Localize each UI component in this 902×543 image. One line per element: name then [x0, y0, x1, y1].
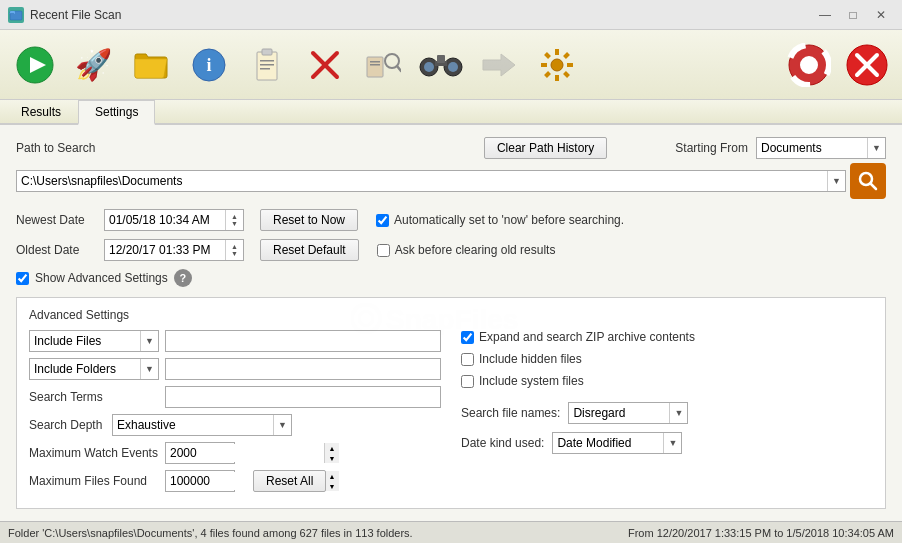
binoculars-button[interactable]: [414, 38, 468, 92]
date-kind-arrow: ▼: [663, 433, 681, 453]
include-files-input[interactable]: [165, 330, 441, 352]
delete-button[interactable]: [298, 38, 352, 92]
oldest-date-input[interactable]: [105, 241, 225, 259]
newest-date-input-wrap[interactable]: ▲ ▼: [104, 209, 244, 231]
search-depth-select[interactable]: Exhaustive Shallow Medium Deep: [113, 415, 273, 435]
svg-rect-14: [367, 57, 383, 77]
max-watch-events-label: Maximum Watch Events: [29, 446, 159, 460]
svg-rect-10: [260, 64, 274, 66]
date-kind-select[interactable]: Date Modified Date Created Date Accessed: [553, 433, 663, 453]
export-button[interactable]: [472, 38, 526, 92]
newest-date-input[interactable]: [105, 211, 225, 229]
starting-from-dropdown[interactable]: Documents Desktop My Computer: [757, 138, 867, 158]
close-window-button[interactable]: ✕: [868, 4, 894, 26]
include-files-row: Include Files Exclude Files ▼: [29, 330, 441, 352]
ask-before-checkbox[interactable]: [377, 244, 390, 257]
include-system-row: Include system files: [461, 374, 873, 388]
include-hidden-checkbox[interactable]: [461, 353, 474, 366]
show-advanced-checkbox[interactable]: [16, 272, 29, 285]
svg-line-34: [546, 72, 550, 76]
max-files-up[interactable]: ▲: [325, 471, 339, 481]
close-app-button[interactable]: [840, 38, 894, 92]
minimize-button[interactable]: —: [812, 4, 838, 26]
svg-rect-15: [370, 61, 380, 63]
rocket-button[interactable]: 🚀: [66, 38, 120, 92]
search-path-button[interactable]: [850, 163, 886, 199]
tab-results[interactable]: Results: [4, 100, 78, 125]
max-watch-spinners[interactable]: ▲ ▼: [324, 443, 339, 463]
include-folders-input[interactable]: [165, 358, 441, 380]
toolbar: 🚀 i: [0, 30, 902, 100]
svg-point-26: [551, 59, 563, 71]
max-watch-events-input-wrap[interactable]: ▲ ▼: [165, 442, 235, 464]
include-folders-select-wrap[interactable]: Include Folders Exclude Folders ▼: [29, 358, 159, 380]
max-files-input-wrap[interactable]: ▲ ▼: [165, 470, 235, 492]
expand-zip-checkbox[interactable]: [461, 331, 474, 344]
title-bar-controls: — □ ✕: [812, 4, 894, 26]
include-files-arrow: ▼: [140, 331, 158, 351]
include-folders-arrow: ▼: [140, 359, 158, 379]
max-watch-events-input[interactable]: [166, 444, 324, 462]
settings-button[interactable]: [530, 38, 584, 92]
oldest-date-spinners[interactable]: ▲ ▼: [225, 240, 243, 260]
search-depth-arrow: ▼: [273, 415, 291, 435]
include-hidden-row: Include hidden files: [461, 352, 873, 366]
svg-line-32: [565, 72, 569, 76]
search-file-names-select-wrap[interactable]: Disregard All Partial ▼: [568, 402, 688, 424]
play-button[interactable]: [8, 38, 62, 92]
max-files-label: Maximum Files Found: [29, 474, 159, 488]
date-kind-row: Date kind used: Date Modified Date Creat…: [461, 432, 873, 454]
maximize-button[interactable]: □: [840, 4, 866, 26]
search-terms-input[interactable]: [165, 386, 441, 408]
clear-path-history-button[interactable]: Clear Path History: [484, 137, 607, 159]
max-watch-down[interactable]: ▼: [325, 453, 339, 463]
max-files-down[interactable]: ▼: [325, 481, 339, 491]
show-advanced-label: Show Advanced Settings: [35, 271, 168, 285]
starting-from-arrow: ▼: [867, 138, 885, 158]
search-file-names-select[interactable]: Disregard All Partial: [569, 403, 669, 423]
search-depth-select-wrap[interactable]: Exhaustive Shallow Medium Deep ▼: [112, 414, 292, 436]
app-title: Recent File Scan: [30, 8, 121, 22]
advanced-settings-box: Advanced Settings Include Files Exclude …: [16, 297, 886, 509]
search-file-names-label: Search file names:: [461, 406, 560, 420]
help-toolbar-button[interactable]: [782, 38, 836, 92]
clipboard-button[interactable]: [240, 38, 294, 92]
show-advanced-row: Show Advanced Settings ?: [16, 269, 886, 287]
svg-rect-9: [260, 60, 274, 62]
search-file-names-row: Search file names: Disregard All Partial…: [461, 402, 873, 424]
auto-set-checkbox[interactable]: [376, 214, 389, 227]
path-combo-arrow[interactable]: ▼: [827, 171, 845, 191]
max-watch-up[interactable]: ▲: [325, 443, 339, 453]
oldest-date-input-wrap[interactable]: ▲ ▼: [104, 239, 244, 261]
info-button[interactable]: i: [182, 38, 236, 92]
advanced-right-col: Expand and search ZIP archive contents I…: [461, 330, 873, 498]
include-folders-select[interactable]: Include Folders Exclude Folders: [30, 359, 140, 379]
newest-date-spinners[interactable]: ▲ ▼: [225, 210, 243, 230]
reset-to-now-button[interactable]: Reset to Now: [260, 209, 358, 231]
reset-default-button[interactable]: Reset Default: [260, 239, 359, 261]
svg-rect-8: [262, 49, 272, 55]
date-kind-select-wrap[interactable]: Date Modified Date Created Date Accessed…: [552, 432, 682, 454]
path-input-wrap[interactable]: ▼: [16, 170, 846, 192]
status-right: From 12/20/2017 1:33:15 PM to 1/5/2018 1…: [628, 527, 894, 539]
include-files-select-wrap[interactable]: Include Files Exclude Files ▼: [29, 330, 159, 352]
settings-panel: Path to Search Clear Path History Starti…: [0, 125, 902, 521]
reset-all-button[interactable]: Reset All: [253, 470, 326, 492]
max-files-row: Maximum Files Found ▲ ▼ Reset All: [29, 470, 441, 492]
newest-date-row: Newest Date ▲ ▼ Reset to Now Automatical…: [16, 209, 886, 231]
path-label: Path to Search: [16, 141, 95, 155]
max-files-spinners[interactable]: ▲ ▼: [324, 471, 339, 491]
scan-files-button[interactable]: [356, 38, 410, 92]
tab-settings[interactable]: Settings: [78, 100, 155, 125]
help-icon[interactable]: ?: [174, 269, 192, 287]
svg-line-42: [871, 184, 877, 190]
include-files-select[interactable]: Include Files Exclude Files: [30, 331, 140, 351]
app-icon: [8, 7, 24, 23]
status-left: Folder 'C:\Users\snapfiles\Documents', 4…: [8, 527, 413, 539]
folder-button[interactable]: [124, 38, 178, 92]
path-input-row: ▼: [16, 163, 886, 199]
title-bar: Recent File Scan — □ ✕: [0, 0, 902, 30]
starting-from-select[interactable]: Documents Desktop My Computer ▼: [756, 137, 886, 159]
path-input[interactable]: [17, 172, 827, 190]
include-system-checkbox[interactable]: [461, 375, 474, 388]
